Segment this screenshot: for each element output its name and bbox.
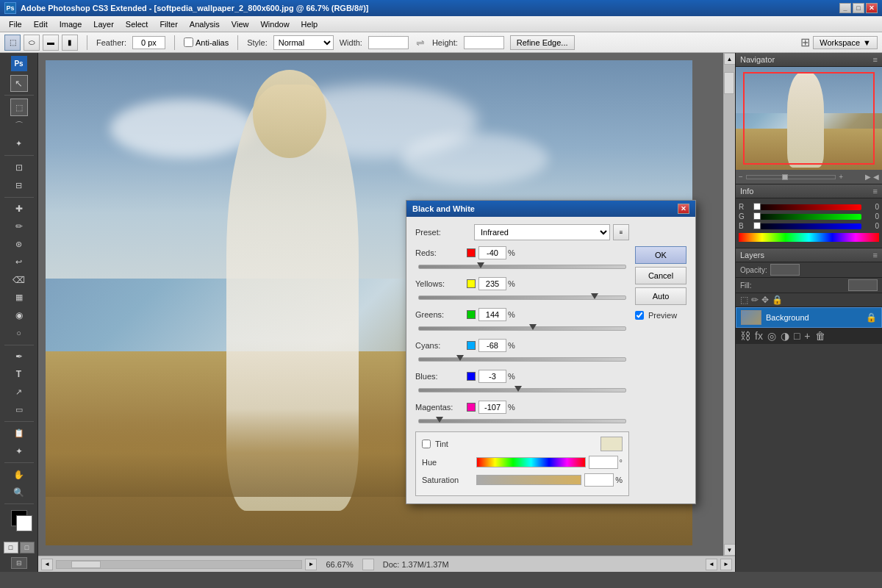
rect-marquee-button[interactable]: ⬚ xyxy=(4,35,21,51)
preview-checkbox[interactable] xyxy=(635,311,644,320)
feather-input[interactable] xyxy=(132,36,165,49)
history-brush-tool[interactable]: ↩ xyxy=(10,254,28,270)
path-selection-tool[interactable]: ↗ xyxy=(10,384,28,401)
ellip-marquee-button[interactable]: ⬭ xyxy=(24,35,40,51)
stamp-tool[interactable]: ⊛ xyxy=(10,236,28,253)
rect-select-tool[interactable]: ⬚ xyxy=(10,98,28,116)
notes-tool[interactable]: 📋 xyxy=(10,425,28,442)
panel-menu-icon[interactable]: ≡ xyxy=(873,55,878,64)
magentas-value[interactable]: -107 xyxy=(478,401,506,414)
width-input[interactable] xyxy=(368,36,409,49)
lock-transparent-icon[interactable]: ⬚ xyxy=(740,295,748,305)
status-nav-left[interactable]: ◄ xyxy=(706,559,717,570)
g-thumb[interactable] xyxy=(753,212,761,220)
saturation-input[interactable] xyxy=(584,473,614,487)
blues-value[interactable]: -3 xyxy=(478,370,506,383)
new-adjustment-icon[interactable]: ◑ xyxy=(781,330,789,342)
pen-tool[interactable]: ✒ xyxy=(10,348,28,365)
menu-layer[interactable]: Layer xyxy=(87,16,120,32)
magentas-slider[interactable] xyxy=(418,415,626,427)
height-input[interactable] xyxy=(464,36,504,49)
healing-brush-tool[interactable]: ✚ xyxy=(10,201,28,218)
b-thumb[interactable] xyxy=(753,222,761,229)
link-layers-icon[interactable]: ⛓ xyxy=(740,330,750,342)
quick-mask-button[interactable]: □ xyxy=(20,542,35,553)
cyans-value[interactable]: -68 xyxy=(478,339,506,352)
scroll-up-button[interactable]: ▲ xyxy=(724,53,736,65)
scroll-right-button[interactable]: ► xyxy=(305,559,317,570)
zoom-slider[interactable] xyxy=(746,175,836,179)
preset-select[interactable]: Infrared Default High Contrast Blue Filt… xyxy=(474,224,610,240)
scroll-thumb[interactable] xyxy=(724,72,734,94)
lock-position-icon[interactable]: ✥ xyxy=(761,295,769,305)
minimize-button[interactable]: _ xyxy=(839,3,851,13)
h-scroll-track[interactable] xyxy=(56,560,302,569)
auto-button[interactable]: Auto xyxy=(635,287,686,305)
gradient-tool[interactable]: ▦ xyxy=(10,289,28,306)
status-nav-right[interactable]: ► xyxy=(720,559,732,570)
layers-menu-icon[interactable]: ≡ xyxy=(873,251,878,259)
close-button[interactable]: ✕ xyxy=(866,3,878,13)
menu-filter[interactable]: Filter xyxy=(154,16,183,32)
restore-button[interactable]: □ xyxy=(853,3,864,13)
blur-tool[interactable]: ◉ xyxy=(10,306,28,323)
r-thumb[interactable] xyxy=(753,203,761,210)
slice-tool[interactable]: ⊟ xyxy=(10,177,28,194)
dodge-tool[interactable]: ○ xyxy=(10,324,28,341)
delete-layer-icon[interactable]: 🗑 xyxy=(815,330,825,342)
lasso-tool[interactable]: ⌒ xyxy=(10,118,28,135)
menu-view[interactable]: View xyxy=(226,16,255,32)
style-select[interactable]: Normal Fixed Ratio Fixed Size xyxy=(273,35,334,50)
menu-image[interactable]: Image xyxy=(54,16,88,32)
hue-input[interactable] xyxy=(589,456,618,469)
type-tool[interactable]: T xyxy=(10,366,28,383)
zoom-in-icon[interactable]: + xyxy=(839,173,843,181)
tint-preview-swatch[interactable] xyxy=(600,437,623,451)
magic-wand-tool[interactable]: ✦ xyxy=(10,135,28,152)
screen-mode-button[interactable]: ⊟ xyxy=(11,557,27,568)
yellows-value[interactable]: 235 xyxy=(478,277,506,290)
crop-tool[interactable]: ⊡ xyxy=(10,159,28,176)
yellows-slider[interactable] xyxy=(418,292,626,304)
col-marquee-button[interactable]: ▮ xyxy=(62,35,78,51)
menu-analysis[interactable]: Analysis xyxy=(184,16,226,32)
anti-alias-checkbox[interactable] xyxy=(184,37,193,47)
scroll-down-button[interactable]: ▼ xyxy=(724,544,736,556)
eraser-tool[interactable]: ⌫ xyxy=(10,271,28,288)
brush-tool[interactable]: ✏ xyxy=(10,218,28,235)
b-slider[interactable] xyxy=(753,223,861,229)
cancel-button[interactable]: Cancel xyxy=(635,267,686,284)
h-scroll-thumb[interactable] xyxy=(71,561,101,568)
lock-all-icon[interactable]: 🔒 xyxy=(772,295,783,305)
zoom-tool[interactable]: 🔍 xyxy=(10,484,28,501)
lock-pixels-icon[interactable]: ✏ xyxy=(751,295,759,305)
move-tool[interactable]: ↖ xyxy=(10,75,28,92)
hand-tool[interactable]: ✋ xyxy=(10,466,28,483)
eyedropper-tool[interactable]: ✦ xyxy=(10,442,28,459)
standard-mode-button[interactable]: □ xyxy=(4,542,18,553)
fill-input[interactable]: 100% xyxy=(848,279,878,291)
scroll-track[interactable] xyxy=(724,65,735,544)
reds-value[interactable]: -40 xyxy=(478,246,506,259)
dialog-close-button[interactable]: ✕ xyxy=(678,204,689,214)
row-marquee-button[interactable]: ▬ xyxy=(43,35,59,51)
info-panel-menu-icon[interactable]: ≡ xyxy=(873,187,878,196)
add-mask-icon[interactable]: ◎ xyxy=(767,330,776,342)
greens-value[interactable]: 144 xyxy=(478,308,506,321)
menu-file[interactable]: File xyxy=(3,16,28,32)
background-color[interactable] xyxy=(16,515,32,531)
reds-slider[interactable] xyxy=(418,261,626,273)
opacity-input[interactable]: 100% xyxy=(770,264,800,276)
ok-button[interactable]: OK xyxy=(635,246,686,264)
g-slider[interactable] xyxy=(753,214,861,220)
menu-help[interactable]: Help xyxy=(295,16,324,32)
greens-slider[interactable] xyxy=(418,323,626,334)
r-slider[interactable] xyxy=(753,204,861,210)
layer-style-icon[interactable]: fx xyxy=(755,330,763,342)
refine-edge-button[interactable]: Refine Edge... xyxy=(510,35,575,50)
new-group-icon[interactable]: □ xyxy=(794,330,800,342)
menu-window[interactable]: Window xyxy=(254,16,295,32)
cyans-slider[interactable] xyxy=(418,354,626,365)
swap-icon[interactable]: ⇌ xyxy=(416,37,425,49)
menu-select[interactable]: Select xyxy=(120,16,154,32)
